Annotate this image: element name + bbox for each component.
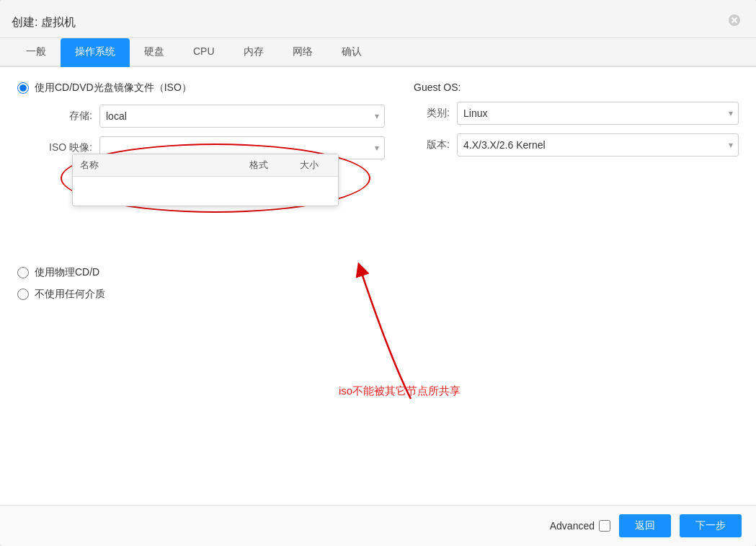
guest-os-title: Guest OS:	[414, 82, 739, 93]
tab-memory[interactable]: 内存	[229, 38, 278, 67]
tab-network[interactable]: 网络	[278, 38, 327, 67]
dropdown-body	[73, 177, 338, 206]
next-button[interactable]: 下一步	[680, 514, 742, 537]
use-physical-label: 使用物理CD/D	[35, 266, 99, 279]
create-vm-dialog: 创建: 虚拟机 一般 操作系统 硬盘 CPU 内存 网络 确认 使	[0, 0, 756, 546]
dropdown-header: 名称 格式 大小	[73, 154, 338, 177]
iso-label: ISO 映像:	[35, 141, 92, 154]
storage-label: 存储:	[35, 110, 92, 123]
use-physical-option[interactable]: 使用物理CD/D	[17, 266, 385, 279]
category-select[interactable]: Linux	[457, 102, 739, 125]
tab-confirm[interactable]: 确认	[327, 38, 376, 67]
use-physical-radio[interactable]	[17, 267, 29, 278]
no-media-radio[interactable]	[17, 289, 29, 300]
advanced-checkbox[interactable]	[599, 520, 610, 532]
iso-dropdown-popup: 名称 格式 大小	[72, 154, 339, 206]
tab-bar: 一般 操作系统 硬盘 CPU 内存 网络 确认	[0, 38, 756, 67]
use-iso-radio[interactable]	[17, 82, 29, 94]
close-icon	[728, 14, 741, 27]
dropdown-col-name: 名称	[80, 159, 230, 172]
version-label: 版本:	[414, 138, 450, 151]
use-iso-label: 使用CD/DVD光盘镜像文件（ISO）	[35, 82, 192, 94]
tab-os[interactable]: 操作系统	[61, 38, 130, 67]
tab-general[interactable]: 一般	[12, 38, 61, 67]
category-select-wrapper: Linux	[457, 102, 739, 125]
category-label: 类别:	[414, 107, 450, 120]
annotation-text-wrapper: iso不能被其它节点所共享	[339, 384, 461, 398]
tab-cpu[interactable]: CPU	[179, 38, 229, 67]
version-select[interactable]: 4.X/3.X/2.6 Kernel	[457, 133, 739, 157]
version-row: 版本: 4.X/3.X/2.6 Kernel	[414, 133, 739, 157]
use-iso-option[interactable]: 使用CD/DVD光盘镜像文件（ISO）	[17, 82, 385, 94]
no-media-option[interactable]: 不使用任何介质	[17, 288, 385, 301]
no-media-label: 不使用任何介质	[35, 288, 105, 301]
right-panel: Guest OS: 类别: Linux 版本: 4.X/3.X/2	[414, 82, 739, 301]
dropdown-col-format: 格式	[230, 159, 288, 172]
back-button[interactable]: 返回	[619, 514, 671, 537]
left-panel: 使用CD/DVD光盘镜像文件（ISO） 存储: local ISO 映像:	[17, 82, 399, 301]
dropdown-col-size: 大小	[288, 159, 331, 172]
storage-select[interactable]: local	[99, 105, 385, 128]
tab-disk[interactable]: 硬盘	[130, 38, 179, 67]
advanced-label-text: Advanced	[550, 520, 595, 532]
storage-select-wrapper: local	[99, 105, 385, 128]
storage-row: 存储: local	[35, 105, 385, 128]
dialog-title: 创建: 虚拟机	[12, 15, 76, 38]
close-button[interactable]	[724, 10, 744, 30]
dialog-footer: Advanced 返回 下一步	[0, 505, 756, 546]
advanced-option[interactable]: Advanced	[550, 520, 610, 532]
dialog-body: 使用CD/DVD光盘镜像文件（ISO） 存储: local ISO 映像:	[0, 67, 756, 505]
category-row: 类别: Linux	[414, 102, 739, 125]
dialog-header: 创建: 虚拟机	[0, 0, 756, 38]
annotation-text: iso不能被其它节点所共享	[339, 384, 461, 397]
version-select-wrapper: 4.X/3.X/2.6 Kernel	[457, 133, 739, 157]
